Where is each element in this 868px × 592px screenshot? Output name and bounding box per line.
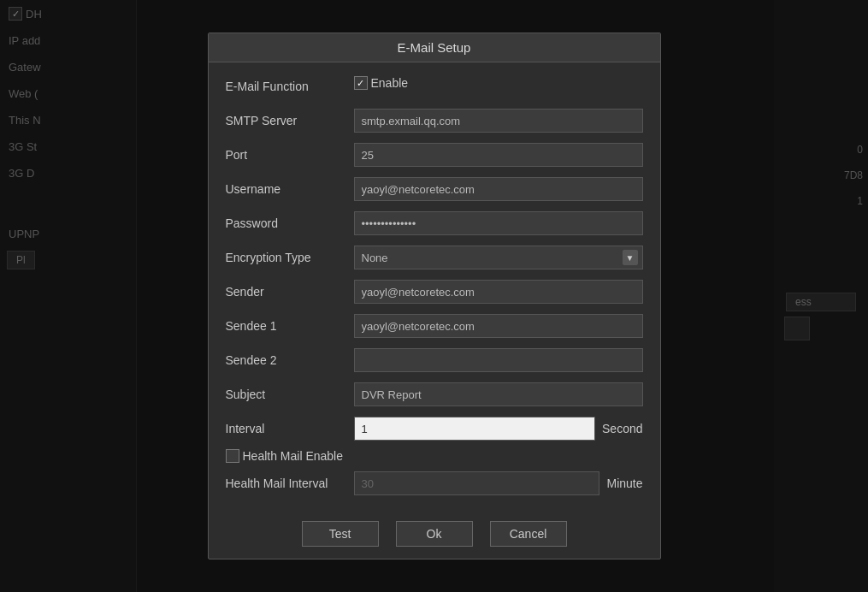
health-mail-interval-row: Health Mail Interval Minute (226, 470, 643, 497)
username-label: Username (226, 182, 354, 196)
sendee1-label: Sendee 1 (226, 319, 354, 333)
sendee2-row: Sendee 2 (226, 346, 643, 374)
dialog-footer: Test Ok Cancel (209, 512, 660, 559)
username-input[interactable] (354, 177, 643, 201)
test-button[interactable]: Test (302, 521, 379, 547)
password-input[interactable] (354, 211, 643, 235)
sendee1-input[interactable] (354, 314, 643, 338)
dialog-body: E-Mail Function Enable SMTP Server Port (209, 62, 660, 512)
sender-row: Sender (226, 278, 643, 305)
health-mail-label: Health Mail Enable (243, 449, 344, 463)
health-mail-checkbox[interactable] (226, 449, 239, 463)
port-row: Port (226, 141, 643, 169)
password-label: Password (226, 216, 354, 230)
dialog-overlay: E-Mail Setup E-Mail Function Enable SMTP… (0, 0, 868, 592)
health-mail-interval-label: Health Mail Interval (226, 477, 354, 490)
username-row: Username (226, 175, 643, 203)
interval-row: Interval Second (226, 415, 643, 442)
smtp-server-row: SMTP Server (226, 107, 643, 134)
subject-row: Subject (226, 381, 643, 408)
cancel-button[interactable]: Cancel (490, 521, 567, 547)
health-mail-row: Health Mail Enable (226, 449, 643, 463)
health-mail-checkbox-label[interactable]: Health Mail Enable (226, 449, 344, 463)
dialog-title: E-Mail Setup (209, 33, 660, 62)
email-function-label: E-Mail Function (226, 80, 354, 93)
encryption-type-select-wrapper: None SSL TLS ▼ (354, 246, 643, 269)
encryption-type-select[interactable]: None SSL TLS (354, 246, 643, 269)
encryption-type-label: Encryption Type (226, 251, 354, 264)
enable-checkbox[interactable] (354, 76, 368, 90)
sender-label: Sender (226, 285, 354, 299)
sendee2-input[interactable] (354, 348, 643, 372)
encryption-type-row: Encryption Type None SSL TLS ▼ (226, 244, 643, 271)
smtp-server-input[interactable] (354, 109, 643, 133)
smtp-server-label: SMTP Server (226, 114, 354, 127)
interval-unit: Second (602, 422, 642, 435)
enable-checkbox-label[interactable]: Enable (354, 76, 409, 90)
sender-input[interactable] (354, 280, 643, 304)
subject-label: Subject (226, 388, 354, 401)
email-function-row: E-Mail Function Enable (226, 73, 643, 100)
interval-input[interactable] (354, 417, 596, 441)
subject-input[interactable] (354, 382, 643, 406)
health-mail-interval-unit: Minute (606, 477, 642, 490)
email-setup-dialog: E-Mail Setup E-Mail Function Enable SMTP… (208, 33, 661, 559)
sendee1-row: Sendee 1 (226, 312, 643, 340)
health-mail-interval-input[interactable] (354, 471, 600, 495)
enable-label: Enable (371, 76, 409, 90)
port-input[interactable] (354, 143, 643, 167)
password-row: Password (226, 210, 643, 237)
ok-button[interactable]: Ok (396, 521, 473, 547)
sendee2-label: Sendee 2 (226, 353, 354, 367)
interval-label: Interval (226, 422, 354, 435)
port-label: Port (226, 148, 354, 162)
